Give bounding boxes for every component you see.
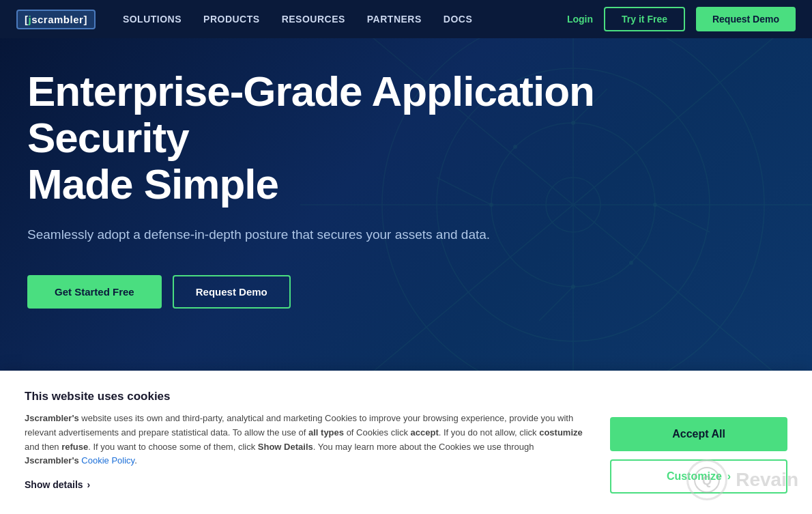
cookie-text-section: This website uses cookies Jscrambler's w… — [25, 390, 583, 490]
nav-solutions[interactable]: SOLUTIONS — [123, 14, 182, 25]
hero-cta-primary[interactable]: Get Started Free — [27, 275, 162, 309]
cookie-policy-link[interactable]: Cookie Policy — [81, 455, 134, 466]
logo[interactable]: [jscrambler] — [16, 10, 96, 29]
logo-text: [jscrambler] — [16, 10, 96, 29]
try-free-button[interactable]: Try it Free — [604, 7, 685, 31]
revain-watermark: Q Revain — [686, 459, 798, 500]
cookie-accept-word: accept — [411, 427, 439, 438]
chevron-right-icon: › — [87, 479, 91, 490]
cookie-all-types: all types — [308, 427, 344, 438]
nav-products[interactable]: PRODUCTS — [203, 14, 260, 25]
cookie-text7: . — [134, 455, 137, 466]
hero-title: Enterprise-Grade Application Security Ma… — [27, 68, 676, 208]
cookie-text3: . If you do not allow, click — [439, 427, 539, 438]
cookie-refuse-word: refuse — [61, 442, 88, 452]
revain-icon: Q — [686, 459, 727, 500]
navbar: [jscrambler] SOLUTIONS PRODUCTS RESOURCE… — [0, 0, 812, 38]
login-link[interactable]: Login — [567, 14, 593, 25]
show-details-label: Show details — [25, 479, 83, 490]
nav-links: SOLUTIONS PRODUCTS RESOURCES PARTNERS DO… — [123, 14, 567, 25]
show-details-button[interactable]: Show details › — [25, 479, 90, 490]
hero-buttons: Get Started Free Request Demo — [27, 275, 676, 309]
cookie-text5: . If you want to choose some of them, cl… — [88, 442, 258, 452]
cookie-costumize-word: costumize — [539, 427, 583, 438]
cookie-brand2: Jscrambler's — [25, 455, 79, 466]
cookie-text4: and then — [25, 442, 61, 452]
cookie-show-details-word: Show Details — [258, 442, 313, 452]
accept-all-button[interactable]: Accept All — [610, 417, 787, 451]
cookie-text6: . You may learn more about the Cookies w… — [313, 442, 534, 452]
cookie-text2: of Cookies click — [344, 427, 411, 438]
request-demo-button[interactable]: Request Demo — [696, 7, 796, 31]
svg-text:Q: Q — [702, 474, 712, 487]
cookie-body: Jscrambler's website uses its own and th… — [25, 412, 583, 468]
revain-text: Revain — [736, 469, 798, 491]
nav-docs[interactable]: DOCS — [444, 14, 472, 25]
hero-content: Enterprise-Grade Application Security Ma… — [27, 68, 676, 309]
nav-partners[interactable]: PARTNERS — [367, 14, 422, 25]
hero-subtitle: Seamlessly adopt a defense-in-depth post… — [27, 227, 676, 242]
nav-resources[interactable]: RESOURCES — [282, 14, 345, 25]
cookie-banner: This website uses cookies Jscrambler's w… — [0, 371, 812, 514]
cookie-title: This website uses cookies — [25, 390, 583, 403]
hero-cta-secondary[interactable]: Request Demo — [173, 275, 291, 309]
cookie-brand: Jscrambler's — [25, 413, 79, 423]
nav-right: Login Try it Free Request Demo — [567, 7, 796, 31]
